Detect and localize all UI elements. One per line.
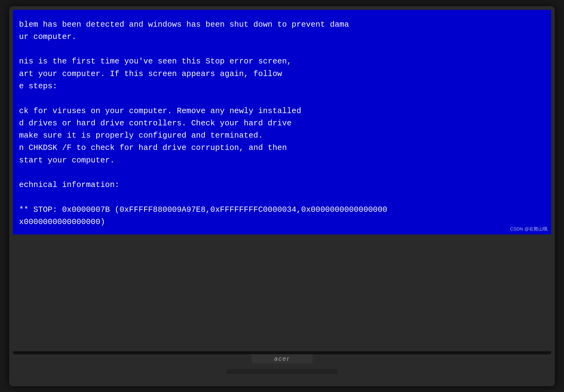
bsod-line16: ** STOP: 0x0000007B (0xFFFFF880009A97E8,… (19, 205, 387, 214)
monitor-stand: acer (251, 354, 313, 363)
bsod-line4: nis is the first time you've seen this S… (19, 57, 292, 66)
bsod-line17: x0000000000000000) (19, 217, 105, 226)
monitor: blem has been detected and windows has b… (9, 6, 555, 386)
bsod-line12: start your computer. (19, 156, 115, 165)
bsod-line11: n CHKDSK /F to check for hard drive corr… (19, 143, 287, 152)
bsod-line1: blem has been detected and windows has b… (19, 20, 349, 29)
monitor-neck (264, 363, 300, 369)
monitor-brand: acer (274, 355, 290, 362)
bsod-line6: e steps: (19, 82, 57, 91)
bsod-screen: blem has been detected and windows has b… (13, 10, 551, 234)
watermark: CSDN @在爬山哦 (510, 226, 547, 232)
bsod-line8: ck for viruses on your computer. Remove … (19, 106, 301, 116)
bsod-line2: ur computer. (19, 32, 76, 41)
bsod-line5: art your computer. If this screen appear… (19, 69, 282, 78)
bsod-line9: d drives or hard drive controllers. Chec… (19, 119, 292, 128)
screen-container: blem has been detected and windows has b… (13, 10, 551, 351)
monitor-lower: acer (13, 351, 551, 374)
bsod-line10: make sure it is properly configured and … (19, 131, 263, 140)
bsod-line14: echnical information: (19, 180, 120, 189)
bsod-content: blem has been detected and windows has b… (19, 18, 542, 228)
monitor-bottom-bar (13, 351, 551, 354)
monitor-base (227, 369, 337, 374)
